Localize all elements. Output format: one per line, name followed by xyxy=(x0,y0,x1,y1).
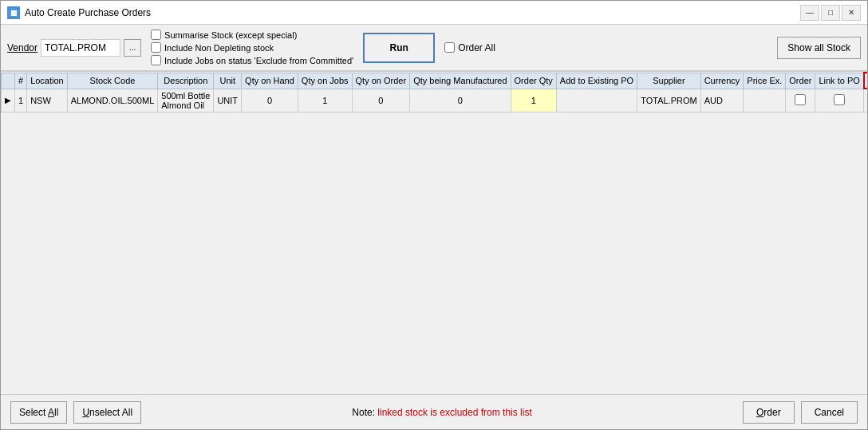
unselect-all-button[interactable]: Unselect All xyxy=(73,401,141,424)
show-all-button[interactable]: Show all Stock xyxy=(777,37,861,59)
order-all-label: Order All xyxy=(458,42,495,53)
summarise-stock-row: Summarise Stock (except special) xyxy=(151,30,353,40)
col-qty-on-hand: Qty on Hand xyxy=(242,73,298,89)
col-qty-on-order: Qty on Order xyxy=(352,73,410,89)
qty-on-jobs-cell: 1 xyxy=(298,89,352,112)
qty-on-order-cell: 0 xyxy=(352,89,410,112)
select-all-button[interactable]: Select All xyxy=(10,401,67,424)
vendor-dots-button[interactable]: ... xyxy=(124,39,141,57)
col-currency: Currency xyxy=(700,73,744,89)
location-cell: NSW xyxy=(27,89,68,112)
note-text: linked stock is excluded from this list xyxy=(377,407,531,418)
stock-code-cell: ALMOND.OIL.500ML xyxy=(67,89,158,112)
col-qty-being-manufactured: Qty being Manufactured xyxy=(410,73,511,89)
toolbar: Vendor ... Summarise Stock (except speci… xyxy=(1,25,867,71)
col-stock-code: Stock Code xyxy=(67,73,158,89)
close-button[interactable]: ✕ xyxy=(842,5,861,21)
manufacture-cell xyxy=(864,89,867,112)
note-prefix: Note: xyxy=(352,407,377,418)
col-add-to-existing-po: Add to Existing PO xyxy=(556,73,637,89)
non-depleting-row: Include Non Depleting stock xyxy=(151,42,353,53)
table-header-row: # Location Stock Code Description Unit Q… xyxy=(2,73,868,89)
order-cell xyxy=(786,89,815,112)
include-jobs-checkbox[interactable] xyxy=(151,55,161,65)
currency-cell: AUD xyxy=(700,89,744,112)
col-order-qty: Order Qty xyxy=(511,73,556,89)
col-order: Order xyxy=(786,73,815,89)
qty-being-manufactured-cell: 0 xyxy=(410,89,511,112)
include-jobs-label: Include Jobs on status 'Exclude from Com… xyxy=(164,56,353,65)
order-row-checkbox[interactable] xyxy=(795,94,806,105)
footer-note: Note: linked stock is excluded from this… xyxy=(148,407,736,418)
supplier-cell: TOTAL.PROM xyxy=(637,89,701,112)
vendor-label: Vendor xyxy=(7,42,37,53)
table-row: ▶ 1 NSW ALMOND.OIL.500ML 500ml BottleAlm… xyxy=(2,89,868,112)
run-button[interactable]: Run xyxy=(363,33,435,63)
price-ex-cell xyxy=(744,89,786,112)
qty-on-hand-cell: 0 xyxy=(242,89,298,112)
col-selector xyxy=(2,73,15,89)
add-to-existing-po-cell xyxy=(556,89,637,112)
order-button[interactable]: Order xyxy=(743,401,795,424)
footer: Select All Unselect All Note: linked sto… xyxy=(1,394,867,429)
minimize-button[interactable]: — xyxy=(800,5,819,21)
col-qty-on-jobs: Qty on Jobs xyxy=(298,73,352,89)
summarise-stock-checkbox[interactable] xyxy=(151,30,161,40)
app-icon: ▦ xyxy=(7,6,20,19)
description-cell: 500ml BottleAlmond Oil xyxy=(158,89,214,112)
summarise-stock-label: Summarise Stock (except special) xyxy=(164,30,297,40)
maximize-button[interactable]: □ xyxy=(821,5,840,21)
unselect-all-label: Unselect All xyxy=(82,407,132,418)
col-manufacture: Manufacture xyxy=(864,73,867,89)
order-all-checkbox[interactable] xyxy=(444,42,455,53)
vendor-input[interactable] xyxy=(41,39,120,57)
col-location: Location xyxy=(27,73,68,89)
col-unit: Unit xyxy=(214,73,242,89)
col-price-ex: Price Ex. xyxy=(744,73,786,89)
order-btn-label: Order xyxy=(756,407,781,418)
col-link-to-po: Link to PO xyxy=(815,73,864,89)
order-all-section: Order All xyxy=(444,42,495,53)
window-controls: — □ ✕ xyxy=(800,5,861,21)
window-title: Auto Create Purchase Orders xyxy=(25,7,800,18)
non-depleting-checkbox[interactable] xyxy=(151,42,161,53)
main-window: ▦ Auto Create Purchase Orders — □ ✕ Vend… xyxy=(0,0,868,430)
col-supplier: Supplier xyxy=(637,73,701,89)
col-description: Description xyxy=(158,73,214,89)
link-to-po-cell xyxy=(815,89,864,112)
unit-cell: UNIT xyxy=(214,89,242,112)
row-num-cell: 1 xyxy=(15,89,27,112)
vendor-section: Vendor ... xyxy=(7,39,141,57)
non-depleting-label: Include Non Depleting stock xyxy=(164,43,274,53)
stock-table: # Location Stock Code Description Unit Q… xyxy=(1,72,867,112)
select-all-label: Select All xyxy=(19,407,58,418)
title-bar: ▦ Auto Create Purchase Orders — □ ✕ xyxy=(1,1,867,25)
order-qty-cell[interactable]: 1 xyxy=(511,89,556,112)
checkboxes-section: Summarise Stock (except special) Include… xyxy=(151,30,353,65)
table-area: # Location Stock Code Description Unit Q… xyxy=(1,71,867,394)
link-to-po-row-checkbox[interactable] xyxy=(834,94,845,105)
cancel-button[interactable]: Cancel xyxy=(801,401,858,424)
include-jobs-row: Include Jobs on status 'Exclude from Com… xyxy=(151,55,353,65)
col-num: # xyxy=(15,73,27,89)
row-selector-cell: ▶ xyxy=(2,89,15,112)
